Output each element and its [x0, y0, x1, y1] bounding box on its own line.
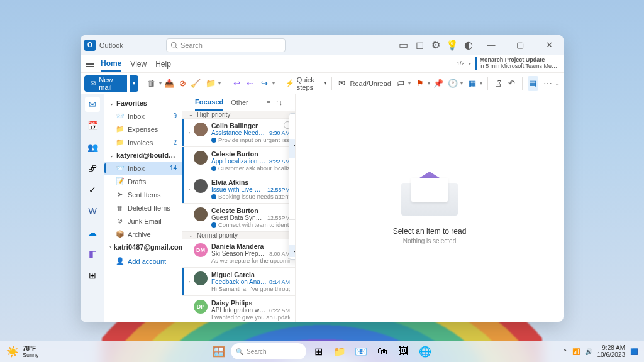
- tab-view[interactable]: View: [130, 57, 147, 71]
- notifications-icon[interactable]: ◻: [415, 41, 424, 50]
- tab-help[interactable]: Help: [155, 57, 171, 71]
- minimize-button[interactable]: —: [480, 35, 502, 55]
- flag-icon[interactable]: ⚑: [413, 76, 427, 91]
- report-icon[interactable]: ⊘: [177, 76, 188, 91]
- new-mail-dropdown[interactable]: ▾: [130, 75, 138, 92]
- dropdown-item[interactable]: Oldest on top: [289, 233, 296, 245]
- account-manager-icon[interactable]: ◐: [464, 41, 473, 50]
- dropdown-item[interactable]: Importance: [289, 194, 296, 206]
- quick-steps-button[interactable]: ⚡ Quick steps ▾: [286, 76, 326, 91]
- tab-focused[interactable]: Focused: [195, 94, 223, 111]
- more-options-icon[interactable]: ⋯: [543, 79, 552, 89]
- dropdown-item[interactable]: Category: [289, 170, 296, 182]
- collapse-ribbon-icon[interactable]: ⌄: [555, 80, 560, 87]
- nav-favorites-header[interactable]: ⌄Favorites: [104, 97, 182, 109]
- task-view-icon[interactable]: ⊞: [309, 342, 328, 361]
- nav-item-junk-email[interactable]: ⊘Junk Email: [104, 214, 182, 228]
- tips-bulb-icon[interactable]: 💡: [448, 41, 457, 50]
- chevron-down-icon[interactable]: ▾: [218, 80, 221, 86]
- expand-chevron-icon[interactable]: ›: [186, 178, 192, 200]
- tray-chevron-icon[interactable]: ⌃: [562, 348, 567, 355]
- tag-icon[interactable]: 🏷: [394, 76, 408, 91]
- chevron-down-icon[interactable]: ▾: [159, 80, 162, 86]
- taskbar-explorer-icon[interactable]: 📁: [330, 342, 349, 361]
- section-high-priority[interactable]: ⌄High priority: [182, 111, 295, 119]
- maximize-button[interactable]: ▢: [509, 35, 531, 55]
- taskbar-weather[interactable]: ☀️ 78°F Sunny: [6, 345, 39, 358]
- nav-item-expenses[interactable]: 📁Expenses: [104, 123, 182, 136]
- chevron-down-icon[interactable]: ▾: [408, 80, 411, 86]
- chevron-down-icon[interactable]: ▾: [469, 61, 471, 67]
- email-item[interactable]: DPDaisy PhilipsAPI Integration with Book…: [182, 296, 295, 322]
- rail-apps-icon[interactable]: ⊞: [85, 268, 100, 283]
- forward-icon[interactable]: ↪: [258, 76, 272, 91]
- pin-icon[interactable]: 📌: [433, 76, 443, 91]
- nav-account1-header[interactable]: ⌄katyreid@boulderinnova…: [104, 149, 182, 162]
- sort-icon[interactable]: ↑↓: [275, 99, 282, 106]
- taskbar-search[interactable]: 🔍 Search: [231, 343, 306, 359]
- dropdown-item[interactable]: ✓Newest on top: [289, 245, 296, 257]
- nav-item-invoices[interactable]: 📁Invoices2: [104, 136, 182, 149]
- print-icon[interactable]: 🖨: [493, 76, 504, 91]
- archive-icon[interactable]: 📥: [164, 76, 175, 91]
- chevron-down-icon[interactable]: ▾: [460, 80, 463, 86]
- add-account-button[interactable]: 👤Add account: [104, 253, 182, 269]
- sweep-icon[interactable]: 🧹: [191, 76, 201, 91]
- tab-other[interactable]: Other: [231, 95, 248, 110]
- delete-icon[interactable]: 🗑: [145, 76, 158, 91]
- reply-icon[interactable]: ↩: [231, 76, 242, 91]
- new-mail-button[interactable]: New mail: [84, 75, 127, 92]
- taskbar-clock[interactable]: 9:28 AM 10/6/2023: [597, 344, 626, 358]
- nav-item-inbox[interactable]: 📨Inbox14: [104, 162, 182, 175]
- nav-item-inbox[interactable]: 📨Inbox9: [104, 109, 182, 123]
- chevron-down-icon[interactable]: ▾: [428, 80, 430, 86]
- taskbar-edge-icon[interactable]: 🌐: [416, 342, 435, 361]
- email-item[interactable]: Celeste BurtonGuest Data Sync Delay12:55…: [182, 204, 295, 232]
- filter-icon[interactable]: ≡: [267, 99, 270, 106]
- dropdown-item[interactable]: Date: [289, 127, 296, 139]
- nav-item-deleted-items[interactable]: 🗑Deleted Items: [104, 201, 182, 214]
- settings-gear-icon[interactable]: ⚙: [431, 41, 440, 50]
- email-item[interactable]: DMDaniela ManderaSki Season Preparation8…: [182, 239, 295, 268]
- rail-more-apps-icon[interactable]: ◧: [85, 246, 100, 261]
- upcoming-event[interactable]: 1/2 ▾ Monarch Project Update in 5 min Mi…: [457, 57, 557, 70]
- nav-item-archive[interactable]: 📦Archive: [104, 228, 182, 241]
- dropdown-item[interactable]: Subject: [289, 206, 296, 217]
- category-icon[interactable]: ▦: [465, 76, 479, 91]
- rail-people-icon[interactable]: 👥: [85, 140, 100, 155]
- rail-todo-icon[interactable]: ✓: [85, 182, 100, 197]
- dropdown-item[interactable]: ✓Priority by Copilot: [289, 139, 296, 158]
- dropdown-item[interactable]: Size: [289, 182, 296, 194]
- taskbar-photos-icon[interactable]: 🖼: [394, 342, 413, 361]
- rail-calendar-icon[interactable]: 📅: [85, 118, 100, 133]
- reply-all-icon[interactable]: ⇠: [245, 76, 255, 91]
- expand-chevron-icon[interactable]: ›: [186, 271, 192, 292]
- email-item[interactable]: ›Miguel GarciaFeedback on Analytics Dash…: [182, 268, 295, 296]
- taskbar-outlook-icon[interactable]: 📧: [352, 342, 370, 361]
- search-box[interactable]: Search: [166, 38, 286, 52]
- snooze-icon[interactable]: 🕐: [446, 76, 460, 91]
- mail-open-icon[interactable]: ✉: [336, 76, 347, 91]
- email-item[interactable]: ›Elvia AtkinsIssue with Live Booking Sys…: [182, 175, 295, 204]
- taskbar-store-icon[interactable]: 🛍: [373, 342, 392, 361]
- chevron-down-icon[interactable]: ▾: [272, 80, 275, 86]
- close-button[interactable]: ✕: [538, 35, 560, 55]
- undo-icon[interactable]: ↶: [506, 76, 517, 91]
- rail-files-icon[interactable]: 🖇: [85, 161, 100, 176]
- read-unread-button[interactable]: Read/Unread: [350, 80, 391, 87]
- start-button[interactable]: 🪟: [209, 342, 228, 361]
- rail-onedrive-icon[interactable]: ☁: [85, 225, 100, 240]
- tab-home[interactable]: Home: [101, 57, 121, 72]
- meet-now-icon[interactable]: ▭: [399, 41, 408, 50]
- nav-account2-header[interactable]: ›katri0487@gmail.com: [104, 241, 182, 253]
- tray-wifi-icon[interactable]: 📶: [572, 348, 580, 355]
- section-normal-priority[interactable]: ⌄Normal priority: [182, 232, 295, 239]
- nav-item-drafts[interactable]: 📝Drafts: [104, 175, 182, 188]
- email-item[interactable]: Celeste BurtonApp Localization for Europ…: [182, 147, 295, 175]
- copilot-tray-icon[interactable]: 🟦: [630, 348, 638, 355]
- hamburger-menu-icon[interactable]: [86, 60, 94, 68]
- move-icon[interactable]: 📁: [204, 76, 218, 91]
- email-item[interactable]: ›Colin BallingerAssistance Needed with… …: [182, 119, 295, 147]
- dropdown-item[interactable]: From: [289, 158, 296, 170]
- tray-volume-icon[interactable]: 🔊: [585, 348, 592, 355]
